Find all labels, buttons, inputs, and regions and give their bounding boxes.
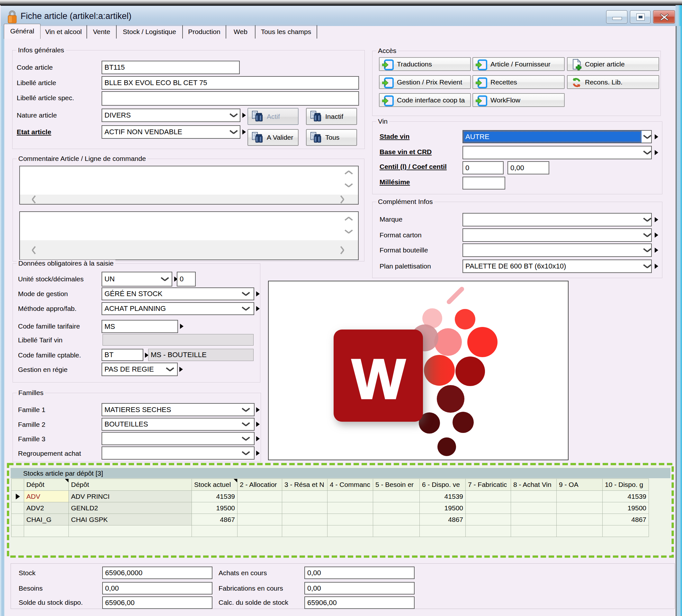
svg-text:W: W: [351, 347, 405, 411]
